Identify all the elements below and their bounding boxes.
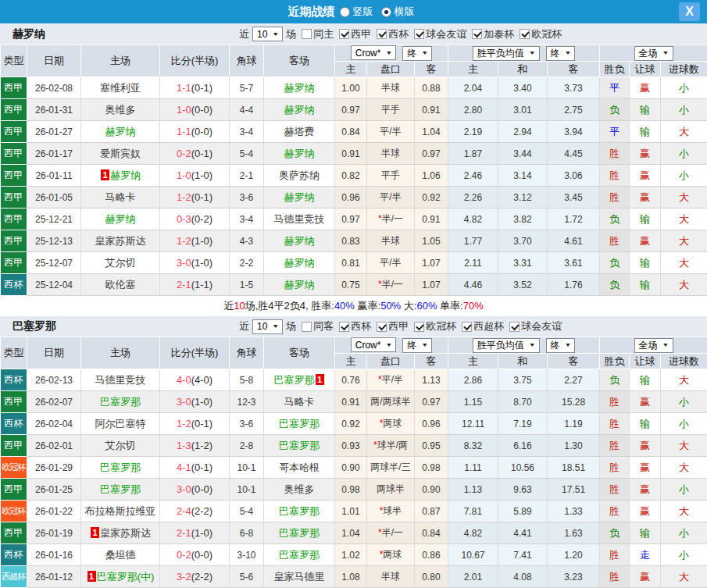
result-goals: 大 [661, 274, 707, 296]
away-team: 赫罗纳 [264, 77, 335, 99]
same-venue-checkbox[interactable] [302, 29, 312, 39]
team-name: 布拉格斯拉维亚 [85, 505, 156, 517]
league-checkbox[interactable] [414, 322, 424, 332]
league-label: 球会友谊 [521, 319, 562, 333]
away-team: 马略卡 [264, 391, 335, 413]
team-name: 赫罗纳 [105, 213, 136, 225]
final-odds-select[interactable]: 终▼ [402, 46, 432, 61]
league-checkbox[interactable] [377, 29, 387, 39]
avg-home: 8.32 [448, 435, 498, 457]
match-row: 西甲26-01-05马略卡1-2(0-1)3-6赫罗纳0.96平/半0.922.… [1, 187, 707, 208]
avg-draw: 7.41 [498, 544, 548, 566]
bookmaker-select[interactable]: Crow*▼ [351, 337, 397, 352]
home-team: 奥维多 [81, 99, 160, 121]
avg-home: 1.15 [448, 391, 498, 413]
match-row: 西甲25-12-07艾尔切3-0(1-0)2-2赫罗纳0.81平/半1.072.… [1, 252, 707, 274]
team-name: 赫罗纳 [284, 257, 315, 269]
league-checkbox[interactable] [472, 29, 482, 39]
column-subheader: 客 [415, 354, 448, 369]
league-checkbox[interactable] [509, 322, 520, 332]
result-wdl: 胜 [600, 187, 630, 208]
radio-horizontal[interactable] [381, 7, 391, 17]
result-goals: 小 [661, 165, 707, 187]
result-wdl: 胜 [600, 435, 630, 457]
match-date: 25-12-13 [27, 230, 81, 252]
match-row: 西超杯26-01-121巴塞罗那(中)3-2(2-2)5-6皇家马德里1.08半… [1, 566, 707, 588]
odds-home: 0.81 [335, 252, 367, 274]
column-header: 角球 [230, 45, 264, 77]
result-wdl: 负 [600, 252, 630, 274]
result-goals: 小 [661, 143, 707, 165]
team-name: 马略卡 [105, 191, 136, 203]
result-goals: 大 [661, 435, 707, 457]
avg-home: 1.11 [448, 457, 498, 479]
final-avg-select[interactable]: 终▼ [546, 338, 576, 353]
league-checkbox[interactable] [339, 29, 349, 39]
avg-select[interactable]: 胜平负均值▼ [473, 46, 540, 61]
avg-home: 7.81 [448, 501, 498, 522]
result-wdl: 负 [600, 369, 630, 391]
final-odds-select[interactable]: 终▼ [402, 338, 432, 353]
result-handicap: 赢 [630, 566, 661, 588]
dropdown-arrow-icon: ▼ [421, 342, 428, 348]
odds-home: 0.83 [335, 230, 367, 252]
dropdown-arrow-icon: ▼ [529, 50, 536, 56]
results-table: 类型日期主场比分(半场)角球客场Crow*▼终▼胜平负均值▼终▼全场▼主盘口客主… [0, 45, 707, 296]
avg-draw: 10.56 [498, 457, 548, 479]
close-icon[interactable]: X [679, 2, 700, 21]
column-header: 角球 [230, 337, 264, 369]
column-subheader: 和 [498, 62, 548, 77]
avg-away: 3.94 [548, 121, 600, 143]
scope-select[interactable]: 全场▼ [634, 338, 673, 353]
away-team: 赫罗纳 [264, 99, 335, 121]
result-wdl: 胜 [600, 479, 630, 501]
competition-badge: 西甲 [1, 479, 27, 501]
avg-draw: 6.16 [498, 435, 548, 457]
avg-select[interactable]: 胜平负均值▼ [473, 338, 540, 353]
team-name: 巴塞罗那 [100, 483, 141, 495]
avg-home: 2.04 [448, 77, 498, 99]
scope-select[interactable]: 全场▼ [634, 46, 673, 61]
league-checkbox[interactable] [414, 29, 424, 39]
league-checkbox[interactable] [462, 322, 472, 332]
score: 1-0(0-0) [160, 99, 230, 121]
result-handicap: 赢 [630, 77, 661, 99]
match-row: 西甲26-01-31奥维多1-0(0-0)4-4赫罗纳0.97平手0.912.8… [1, 99, 707, 121]
match-row: 西甲25-12-21赫罗纳0-3(0-2)3-4马德里竞技0.97*半/一0.9… [1, 208, 707, 230]
home-team: 马略卡 [81, 187, 160, 208]
section-header: 赫罗纳近10▼场同主西甲西杯球会友谊加泰杯欧冠杯 [0, 23, 707, 45]
team-name: 巴塞罗那 [279, 549, 320, 561]
avg-away: 4.61 [548, 230, 600, 252]
competition-badge: 西甲 [1, 230, 27, 252]
match-row: 西杯26-02-13马德里竞技4-0(4-0)5-8巴塞罗那10.76*平/半1… [1, 369, 707, 391]
odds-away: 0.86 [415, 544, 448, 566]
competition-badge: 西杯 [1, 544, 27, 566]
score: 1-2(0-1) [160, 413, 230, 435]
odds-away: 0.80 [415, 566, 448, 588]
radio-vertical[interactable] [340, 7, 350, 17]
match-count-select[interactable]: 10▼ [252, 319, 283, 334]
league-checkbox[interactable] [339, 322, 349, 332]
column-header: 客场 [264, 45, 335, 77]
final-avg-select[interactable]: 终▼ [546, 46, 576, 61]
league-checkbox[interactable] [520, 29, 530, 39]
column-subheader: 进球数 [661, 354, 707, 369]
competition-badge: 西杯 [1, 274, 27, 296]
avg-away: 1.63 [548, 522, 600, 544]
match-count-select[interactable]: 10▼ [252, 27, 283, 41]
odds-home: 0.76 [335, 369, 367, 391]
results-table: 类型日期主场比分(半场)角球客场Crow*▼终▼胜平负均值▼终▼全场▼主盘口客主… [0, 337, 707, 588]
corners: 10-1 [230, 479, 264, 501]
team-name: 艾尔切 [105, 440, 136, 451]
same-venue-checkbox[interactable] [302, 322, 312, 332]
match-row: 西甲25-12-13皇家苏斯达1-2(1-0)4-3赫罗纳0.83半球1.051… [1, 230, 707, 252]
team-name: 皇家苏斯达 [100, 527, 151, 539]
result-wdl: 胜 [600, 230, 630, 252]
league-checkbox[interactable] [377, 322, 387, 332]
league-label: 西甲 [351, 27, 371, 41]
corners: 5-4 [230, 501, 264, 522]
avg-home: 1.77 [448, 230, 498, 252]
avg-away: 3.61 [548, 252, 600, 274]
bookmaker-select[interactable]: Crow*▼ [351, 45, 397, 60]
rank-badge: 1 [101, 169, 109, 180]
